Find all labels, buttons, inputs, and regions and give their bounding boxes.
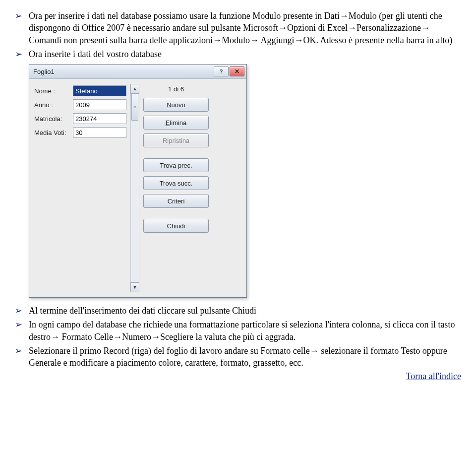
scroll-up-button[interactable]: ▲ [130,84,139,94]
scroll-down-button[interactable]: ▼ [130,282,139,292]
bullet-list-2: Al termine dell'inserimento dei dati cli… [15,305,461,369]
trova-prec-button[interactable]: Trova prec. [143,158,209,172]
label-matricola: Matricola: [34,115,70,123]
scroll-thumb[interactable]: ≡ [131,94,138,121]
actions-column: 1 di 6 Nuovo Elimina Ripristina Trova pr… [143,84,209,292]
help-button[interactable]: ? [214,66,229,76]
chiudi-button[interactable]: Chiudi [143,219,209,233]
elimina-button[interactable]: Elimina [143,116,209,130]
dialog-title: Foglio1 [33,68,213,75]
label-media: Media Voti: [34,129,70,136]
btn-rest: uovo [172,101,185,109]
bullet-item: Ora inserite i dati del vostro database [15,48,461,60]
ripristina-button: Ripristina [143,133,209,147]
input-media[interactable] [73,127,126,138]
label-nome: Nome : [34,87,70,95]
dialog-screenshot: Foglio1 ? ✕ Nome : Anno : Matricola: Med… [29,64,247,298]
scroll-track[interactable]: ≡ [130,94,139,282]
input-matricola[interactable] [73,113,126,124]
dialog-window: Foglio1 ? ✕ Nome : Anno : Matricola: Med… [29,64,247,298]
dialog-body: Nome : Anno : Matricola: Media Voti: ▲ ≡… [29,79,246,297]
chevron-down-icon: ▼ [133,285,137,290]
nuovo-button[interactable]: Nuovo [143,98,209,112]
close-icon: ✕ [235,68,239,75]
bullet-item: Ora per inserire i dati nel database pos… [15,10,461,46]
input-nome[interactable] [73,85,126,96]
trova-succ-button[interactable]: Trova succ. [143,176,209,190]
record-counter: 1 di 6 [143,84,209,95]
back-to-index-link[interactable]: Torna all'indice [406,371,461,381]
record-scrollbar[interactable]: ▲ ≡ ▼ [130,84,139,292]
bullet-item: In ogni campo del database che richiede … [15,319,461,343]
criteri-button[interactable]: Criteri [143,194,209,208]
fields-area: Nome : Anno : Matricola: Media Voti: [34,84,126,292]
close-button[interactable]: ✕ [230,66,244,76]
footer-link-wrap: Torna all'indice [15,371,461,382]
bullet-item: Selezionare il primo Record (riga) del f… [15,345,461,369]
help-icon: ? [220,68,223,74]
dialog-titlebar: Foglio1 ? ✕ [29,65,246,79]
chevron-up-icon: ▲ [133,86,137,91]
bullet-list: Ora per inserire i dati nel database pos… [15,10,461,60]
bullet-item: Al termine dell'inserimento dei dati cli… [15,305,461,317]
input-anno[interactable] [73,99,126,110]
label-anno: Anno : [34,101,70,109]
